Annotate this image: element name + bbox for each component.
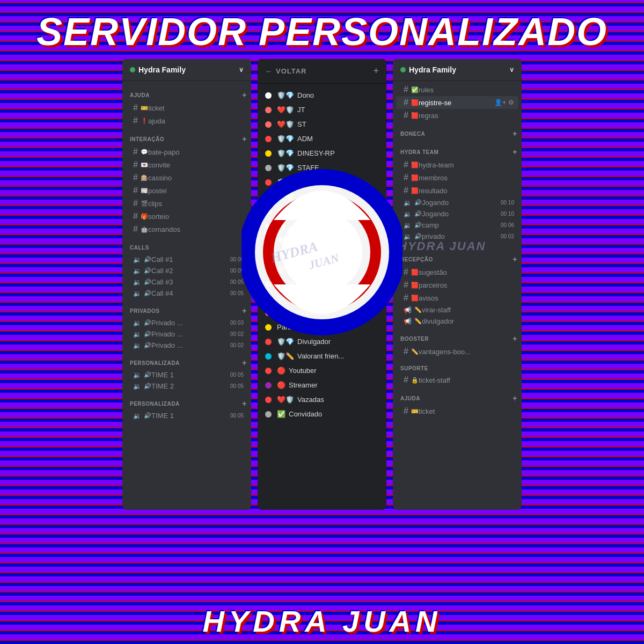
channel-convite[interactable]: # 💌 convite [126, 158, 248, 171]
category-recepcao[interactable]: RECEPÇÃO + [393, 247, 522, 266]
voice-privado3[interactable]: 🔉 🔊 Privado ... 00 02 [126, 340, 248, 351]
channel-comandos[interactable]: # 🤖 comandos [126, 223, 248, 236]
add-member-icon[interactable]: 👤+ [494, 99, 506, 106]
role-dinesy[interactable]: 🛡️💎 DINESY-RP [258, 146, 386, 160]
category-ajuda[interactable]: AJUDA + [122, 83, 251, 101]
channel-registre-se[interactable]: # 🟥 registre-se 👤+ ⚙ [396, 96, 518, 109]
role-color-dot [265, 397, 272, 403]
role-hyd-booster[interactable]: ✅ HYD Booster [258, 305, 386, 320]
add-channel-icon[interactable]: + [513, 394, 517, 402]
add-channel-icon[interactable]: + [513, 148, 517, 156]
add-channel-icon[interactable]: + [513, 334, 517, 343]
channel-clips[interactable]: # 🎬 clips [126, 197, 248, 210]
channel-resultado[interactable]: # 🟥 resultado [396, 184, 518, 197]
category-hydra-team[interactable]: HYDRA TEAM + [393, 140, 522, 158]
voice-call1[interactable]: 🔉 🔊 Call #1 00 05 [126, 254, 248, 265]
channel-regras[interactable]: # 🟥 regras [396, 109, 518, 122]
voice-call3[interactable]: 🔉 🔊 Call #3 00 05 [126, 276, 248, 288]
voice-call4[interactable]: 🔉 🔊 Call #4 00 05 [126, 288, 248, 299]
settings-icon[interactable]: ⚙ [508, 99, 514, 106]
channel-rules[interactable]: # ✅ rules [396, 83, 518, 96]
left-panel-header[interactable]: Hydra Family ∨ [122, 59, 251, 81]
channel-parceiros[interactable]: # 🟥 parceiros [396, 279, 518, 291]
right-panel-header[interactable]: Hydra Family ∨ [393, 59, 522, 81]
role-lemon[interactable]: 🍋 Lemon [258, 218, 386, 233]
channel-sorteio[interactable]: # 🎁 sorteio [126, 210, 248, 223]
role-convidado[interactable]: ✅ Convidado [258, 407, 386, 421]
category-personalizada1[interactable]: PERSONALIZADA + [122, 351, 251, 369]
category-interacao[interactable]: INTERAÇÃO + [122, 127, 251, 145]
right-server-name: Hydra Family [409, 65, 456, 74]
category-calls[interactable]: CALLS + [122, 236, 251, 254]
voice-privado-right[interactable]: 🔉 🔊 privado 00 02 [396, 231, 518, 242]
role-ajudante2[interactable]: 🔵 Ajudante [258, 291, 386, 305]
category-personalizada2[interactable]: PERSONALIZADA + [122, 392, 251, 410]
title-bar: Servidor Personalizado [0, 0, 644, 59]
add-channel-icon[interactable]: + [242, 358, 247, 367]
voice-jogando1[interactable]: 🔉 🔊 Jogando 00 10 [396, 197, 518, 208]
channel-avisos[interactable]: # 🟥 avisos [396, 291, 518, 304]
channel-ticket-staff[interactable]: # 🔒 ticket-staff [396, 374, 518, 386]
channel-bate-papo[interactable]: # 💬 bate-papo [126, 145, 248, 158]
voice-time1[interactable]: 🔉 🔊 TIME 1 00 05 [126, 369, 248, 380]
add-channel-icon[interactable]: + [513, 255, 517, 264]
voice-call2[interactable]: 🔉 🔊 Call #2 00 05 [126, 265, 248, 276]
category-privados[interactable]: PRIVADOS + [122, 299, 251, 317]
voice-time1b[interactable]: 🔉 🔊 TIME 1 00 05 [126, 410, 248, 421]
channel-ticket[interactable]: # 🎫 ticket [126, 101, 248, 114]
role-helper[interactable]: 🛡️💎 Helper [258, 247, 386, 262]
channel-ticket-right[interactable]: # 🎫 ticket [396, 405, 518, 418]
role-ajudante[interactable]: 🛡️💎 Ajudante [258, 233, 386, 247]
left-channel-list[interactable]: AJUDA + # 🎫 ticket # ❗ ajuda INTERAÇÃO + [122, 81, 251, 508]
channel-divulgador[interactable]: 📢 ✏️ divulgador [396, 316, 518, 327]
speaker-icon: 🔉 [133, 331, 141, 338]
role-jt[interactable]: ❤️🛡️ JT [258, 103, 386, 117]
voice-time2[interactable]: 🔉 🔊 TIME 2 00 05 [126, 380, 248, 392]
category-boneca[interactable]: BONECA + [393, 122, 522, 140]
server-status-icon [400, 67, 406, 72]
add-channel-icon[interactable]: + [242, 91, 247, 99]
role-partner[interactable]: Partner [258, 320, 386, 334]
role-dono[interactable]: 🛡️💎 Dono [258, 88, 386, 103]
role-adm[interactable]: 🛡️💎 ADM [258, 131, 386, 146]
channel-hydra-team[interactable]: # 🟥 hydra-team [396, 158, 518, 171]
voice-jogando2[interactable]: 🔉 🔊 Jogando 00 10 [396, 208, 518, 219]
right-channel-list[interactable]: # ✅ rules # 🟥 registre-se 👤+ ⚙ # 🟥 [393, 81, 522, 508]
category-suporte[interactable]: SUPORTE [393, 358, 522, 374]
voice-privado1[interactable]: 🔉 🔊 Privado ... 00 03 [126, 317, 248, 328]
speaker-icon: 🔉 [133, 319, 141, 327]
role-suporte[interactable]: 🛡️💎 Suporte [258, 204, 386, 218]
channel-membros[interactable]: # 🟥 membros [396, 171, 518, 184]
voice-privado2[interactable]: 🔉 🔊 Privado ... 00 02 [126, 328, 248, 340]
role-staff[interactable]: 🛡️💎 STAFF [258, 160, 386, 175]
back-button[interactable]: ← VOLTAR [265, 67, 307, 76]
role-soldado[interactable]: 👤 Soldado De H... [258, 276, 386, 291]
role-streamer[interactable]: 🔴 Streamer [258, 378, 386, 392]
role-youtuber[interactable]: 🔴 Youtuber [258, 363, 386, 378]
add-role-icon[interactable]: + [373, 65, 379, 77]
role-divulgador[interactable]: 🛡️💎 Divulgador [258, 334, 386, 349]
speaker-icon: 🔉 [404, 233, 412, 240]
roles-list[interactable]: 🛡️💎 Dono ❤️🛡️ JT ❤️🛡️ ST 🛡️💎 ADM [258, 84, 386, 510]
add-channel-icon[interactable]: + [242, 135, 247, 143]
channel-postei[interactable]: # 📰 postei [126, 184, 248, 197]
add-channel-icon[interactable]: + [242, 399, 247, 408]
role-primeira-dama[interactable]: 🔴 Primeira Dama [258, 262, 386, 276]
channel-sugestao[interactable]: # 🟥 sugestão [396, 266, 518, 279]
channel-virar-staff[interactable]: 📢 ✏️ virar-staff [396, 304, 518, 316]
add-channel-icon[interactable]: + [242, 243, 247, 252]
category-ajuda-right[interactable]: AJUDA + [393, 386, 522, 405]
role-moderador[interactable]: 🛡️💎 Moderador [258, 175, 386, 189]
channel-cassino[interactable]: # 🎰 cassino [126, 171, 248, 184]
role-jogador[interactable]: 🛡️✅ Jogador [258, 189, 386, 204]
role-st[interactable]: ❤️🛡️ ST [258, 117, 386, 131]
middle-panel-header[interactable]: ← VOLTAR + [258, 59, 386, 84]
channel-ajuda[interactable]: # ❗ ajuda [126, 114, 248, 127]
voice-camp[interactable]: 🔉 🔊 camp 00 06 [396, 219, 518, 231]
category-booster[interactable]: BOOSTER + [393, 327, 522, 345]
add-channel-icon[interactable]: + [242, 306, 247, 315]
add-channel-icon[interactable]: + [513, 129, 517, 138]
role-valorant[interactable]: 🛡️✏️ Valorant frien... [258, 349, 386, 363]
channel-vantagens[interactable]: # ✏️ vantagens-boo... [396, 345, 518, 358]
role-vazadas[interactable]: ❤️🛡️ Vazadas [258, 392, 386, 407]
